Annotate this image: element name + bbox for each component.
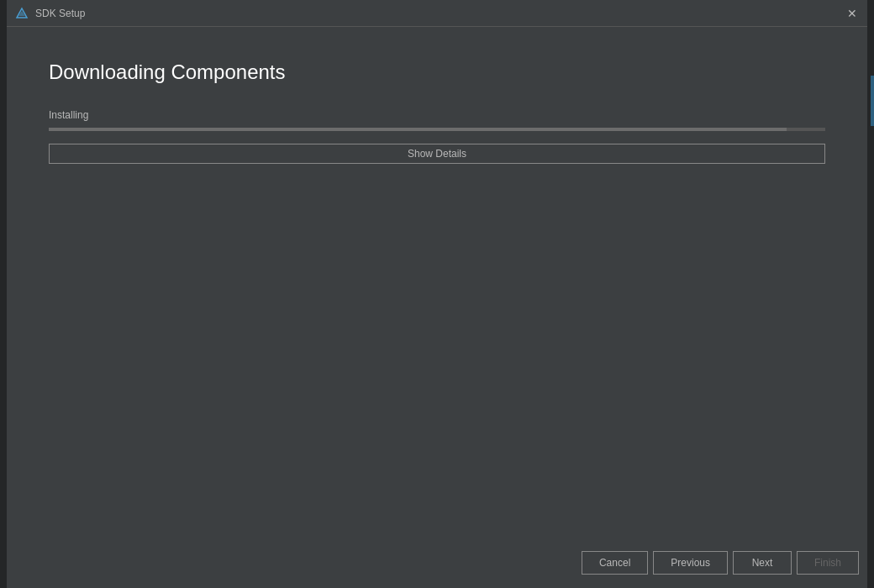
- dialog-footer: Cancel Previous Next Finish: [7, 538, 867, 588]
- title-bar-text: SDK Setup: [35, 8, 845, 19]
- finish-button[interactable]: Finish: [797, 551, 859, 575]
- sdk-setup-dialog: SDK Setup ✕ Downloading Components Insta…: [7, 0, 867, 588]
- dialog-content: Downloading Components Installing Show D…: [7, 27, 867, 538]
- show-details-button[interactable]: Show Details: [49, 144, 825, 164]
- dialog-title: Downloading Components: [49, 60, 825, 84]
- progress-bar-container: [49, 128, 825, 131]
- status-label: Installing: [49, 109, 825, 121]
- title-bar: SDK Setup ✕: [7, 0, 867, 27]
- progress-bar-fill: [49, 128, 787, 131]
- content-spacer: [49, 164, 825, 521]
- cancel-button[interactable]: Cancel: [582, 551, 648, 575]
- next-button[interactable]: Next: [733, 551, 792, 575]
- previous-button[interactable]: Previous: [653, 551, 728, 575]
- close-button[interactable]: ✕: [845, 7, 859, 20]
- app-icon: [15, 7, 29, 20]
